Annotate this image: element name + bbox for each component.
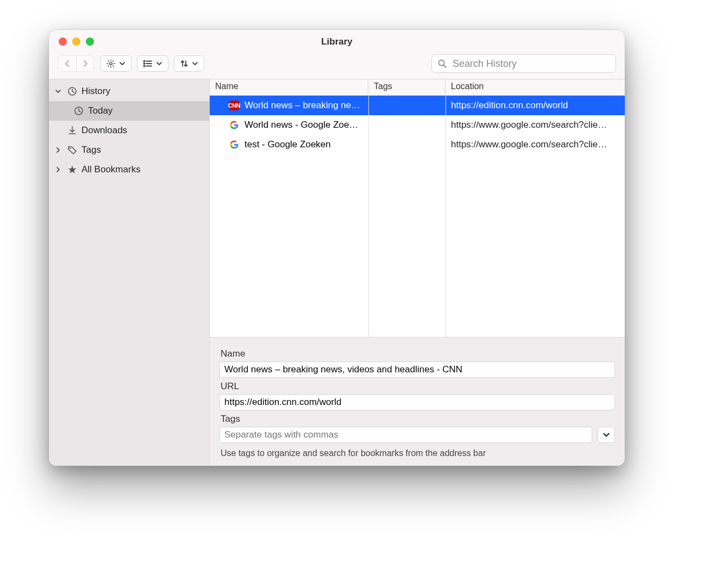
chevron-right-icon <box>53 147 63 153</box>
svg-line-8 <box>113 61 114 61</box>
forward-button[interactable] <box>76 55 95 72</box>
details-url-label: URL <box>221 381 615 392</box>
google-favicon-icon <box>229 140 239 149</box>
body: History Today Downloads <box>49 79 625 466</box>
search-field[interactable] <box>431 54 616 73</box>
toolbar <box>49 54 625 79</box>
chevron-right-icon <box>83 60 88 67</box>
views-menu-button[interactable] <box>137 55 168 72</box>
cnn-favicon-icon: CNN <box>229 101 239 110</box>
svg-point-0 <box>110 63 112 65</box>
import-backup-menu-button[interactable] <box>174 55 204 72</box>
nav-back-forward <box>58 55 95 72</box>
row-name: test - Google Zoeken <box>244 139 331 150</box>
clock-icon <box>66 86 78 96</box>
chevron-down-icon <box>156 60 162 67</box>
svg-point-9 <box>144 61 145 62</box>
row-location: https://edition.cnn.com/world <box>445 96 625 115</box>
chevron-down-icon <box>192 60 198 67</box>
sidebar-item-label: History <box>81 86 110 97</box>
search-icon <box>437 59 447 68</box>
chevron-down-icon <box>603 431 610 439</box>
sidebar-item-all-bookmarks[interactable]: All Bookmarks <box>49 160 209 179</box>
sidebar-item-today[interactable]: Today <box>49 101 209 121</box>
column-divider[interactable] <box>445 96 446 337</box>
history-row[interactable]: World news - Google Zoe… https://www.goo… <box>210 115 625 135</box>
close-window-button[interactable] <box>59 38 67 46</box>
chevron-left-icon <box>65 60 70 67</box>
google-favicon-icon <box>229 120 239 130</box>
svg-line-6 <box>113 66 114 66</box>
column-header-location[interactable]: Location <box>445 79 625 95</box>
details-pane: Name URL Tags Use tags to organize and s… <box>210 337 625 466</box>
svg-line-5 <box>108 61 109 61</box>
clock-icon <box>73 106 85 116</box>
sort-icon <box>180 59 189 68</box>
details-tags-label: Tags <box>221 414 615 425</box>
history-row[interactable]: CNN World news – breaking ne… https://ed… <box>210 96 625 115</box>
column-divider[interactable] <box>368 96 369 337</box>
svg-line-7 <box>108 66 109 66</box>
row-tags <box>368 115 445 135</box>
download-icon <box>66 126 78 135</box>
column-header-name[interactable]: Name <box>210 79 368 95</box>
svg-point-19 <box>70 148 71 149</box>
sidebar-item-label: Today <box>88 105 112 116</box>
main-panel: Name Tags Location CNN World news – brea… <box>210 79 625 466</box>
sidebar-item-label: Tags <box>81 145 101 155</box>
chevron-down-icon <box>119 60 125 67</box>
row-tags <box>368 96 445 115</box>
titlebar: Library <box>49 30 625 54</box>
window-controls <box>59 38 94 46</box>
sidebar-item-label: Downloads <box>81 125 127 136</box>
history-row[interactable]: test - Google Zoeken https://www.google.… <box>210 135 625 154</box>
svg-line-16 <box>444 65 447 68</box>
details-tags-input[interactable] <box>219 427 592 443</box>
organize-menu-button[interactable] <box>100 55 131 72</box>
star-icon <box>66 165 78 174</box>
svg-point-11 <box>144 63 145 64</box>
column-header-tags[interactable]: Tags <box>368 79 445 95</box>
library-window: Library <box>49 30 625 466</box>
row-location: https://www.google.com/search?clie… <box>445 135 625 154</box>
search-input[interactable] <box>451 58 610 70</box>
row-name: World news - Google Zoe… <box>244 120 358 130</box>
chevron-down-icon <box>53 88 63 95</box>
history-list: CNN World news – breaking ne… https://ed… <box>210 96 625 337</box>
column-headers: Name Tags Location <box>210 79 625 96</box>
chevron-right-icon <box>53 166 63 173</box>
svg-point-13 <box>144 66 145 67</box>
tags-dropdown-button[interactable] <box>598 427 615 443</box>
sidebar-item-downloads[interactable]: Downloads <box>49 121 209 140</box>
details-name-input[interactable] <box>219 361 615 378</box>
details-name-label: Name <box>221 348 615 359</box>
tag-icon <box>66 145 78 155</box>
row-tags <box>368 135 445 154</box>
row-name: World news – breaking ne… <box>244 100 360 111</box>
zoom-window-button[interactable] <box>86 38 94 46</box>
list-icon <box>143 60 153 67</box>
details-url-input[interactable] <box>219 394 615 410</box>
sidebar-item-history[interactable]: History <box>49 82 209 101</box>
minimize-window-button[interactable] <box>72 38 80 46</box>
details-tags-hint: Use tags to organize and search for book… <box>219 448 615 458</box>
sidebar-item-label: All Bookmarks <box>81 164 141 175</box>
window-title: Library <box>321 36 353 47</box>
gear-icon <box>106 59 116 68</box>
sidebar-item-tags[interactable]: Tags <box>49 140 209 160</box>
back-button[interactable] <box>58 55 76 72</box>
row-location: https://www.google.com/search?clie… <box>445 115 625 135</box>
sidebar: History Today Downloads <box>49 79 210 466</box>
